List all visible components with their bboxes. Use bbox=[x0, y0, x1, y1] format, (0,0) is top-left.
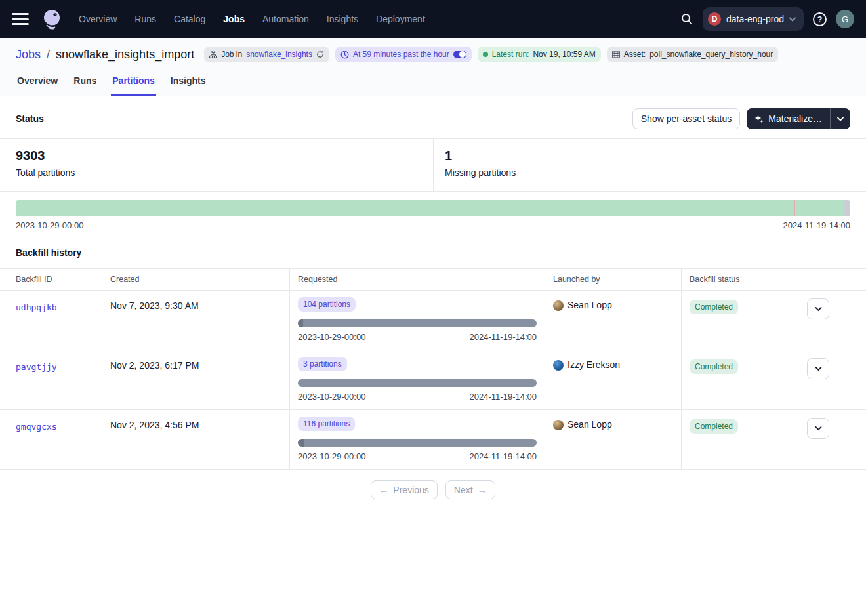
requested-range-segment bbox=[298, 319, 303, 327]
latest-run-label: Latest run: bbox=[492, 50, 529, 59]
previous-label: Previous bbox=[393, 485, 428, 495]
backfill-row: udhpqjkb Nov 7, 2023, 9:30 AM 104 partit… bbox=[0, 291, 866, 350]
launcher-name: Sean Lopp bbox=[567, 419, 612, 430]
total-partitions-stat: 9303 Total partitions bbox=[0, 139, 433, 191]
nav-item-deployment[interactable]: Deployment bbox=[376, 14, 425, 24]
previous-page-button[interactable]: ← Previous bbox=[371, 480, 437, 499]
range-end-label: 2024-11-19-14:00 bbox=[783, 220, 850, 230]
run-status-dot bbox=[483, 52, 488, 57]
backfill-row: gmqvgcxs Nov 2, 2023, 4:56 PM 116 partit… bbox=[0, 410, 866, 470]
nav-item-runs[interactable]: Runs bbox=[134, 14, 156, 24]
missing-partitions-stat: 1 Missing partitions bbox=[433, 139, 866, 191]
page-header: Jobs / snowflake_insights_import Job in … bbox=[0, 38, 866, 96]
backfill-table-header: Backfill ID Created Requested Launched b… bbox=[0, 269, 866, 291]
launcher-name: Sean Lopp bbox=[567, 300, 612, 310]
nav-item-insights[interactable]: Insights bbox=[327, 14, 358, 24]
workspace-switcher[interactable]: D data-eng-prod bbox=[703, 7, 804, 31]
backfill-history-title: Backfill history bbox=[0, 230, 866, 268]
materialize-dropdown-button[interactable] bbox=[831, 108, 850, 129]
backfill-status-badge: Completed bbox=[690, 359, 738, 374]
schedule-tag: At 59 minutes past the hour bbox=[335, 47, 472, 62]
sparkle-icon bbox=[754, 114, 764, 123]
partition-stats: 9303 Total partitions 1 Missing partitio… bbox=[0, 138, 866, 192]
materialize-label: Materialize… bbox=[768, 113, 822, 124]
backfill-id-link[interactable]: pavgtjjy bbox=[16, 362, 57, 372]
latest-run-time[interactable]: Nov 19, 10:59 AM bbox=[533, 50, 595, 59]
backfill-id-link[interactable]: udhpqjkb bbox=[16, 302, 57, 312]
job-tag-prefix: Job in bbox=[221, 50, 242, 59]
asset-name-link[interactable]: poll_snowflake_query_history_hour bbox=[650, 50, 773, 59]
schedule-toggle[interactable] bbox=[453, 51, 466, 58]
page-tabs: Overview Runs Partitions Insights bbox=[0, 68, 866, 96]
workspace-name: data-eng-prod bbox=[726, 14, 784, 24]
refresh-icon[interactable] bbox=[316, 51, 324, 58]
user-avatar[interactable]: G bbox=[836, 10, 854, 28]
asset-label: Asset: bbox=[624, 50, 646, 59]
missing-partitions-label: Missing partitions bbox=[445, 167, 850, 178]
asset-grid-icon bbox=[612, 51, 620, 58]
partition-health-bar[interactable] bbox=[16, 200, 850, 216]
chevron-down-icon bbox=[789, 17, 796, 22]
launcher-avatar bbox=[553, 360, 564, 371]
pagination: ← Previous Next → bbox=[0, 470, 866, 510]
tab-overview[interactable]: Overview bbox=[16, 68, 59, 96]
chevron-down-icon bbox=[815, 426, 822, 431]
backfill-created: Nov 2, 2023, 6:17 PM bbox=[102, 350, 289, 409]
clock-icon bbox=[340, 51, 349, 59]
breadcrumb: Jobs / snowflake_insights_import Job in … bbox=[0, 38, 866, 68]
range-start-label: 2023-10-29-00:00 bbox=[16, 220, 83, 230]
requested-partitions-badge: 116 partitions bbox=[298, 417, 355, 431]
backfill-range-start: 2023-10-29-00:00 bbox=[298, 332, 365, 342]
nav-item-jobs[interactable]: Jobs bbox=[223, 14, 245, 24]
backfill-requested-cell: 104 partitions 2023-10-29-00:00 2024-11-… bbox=[289, 291, 545, 350]
backfill-range-bar bbox=[298, 439, 537, 447]
backfill-range-bar bbox=[298, 379, 537, 387]
requested-partitions-badge: 3 partitions bbox=[298, 357, 347, 371]
backfill-created: Nov 7, 2023, 9:30 AM bbox=[102, 291, 289, 350]
tab-runs[interactable]: Runs bbox=[72, 68, 98, 96]
row-actions-button[interactable] bbox=[807, 298, 829, 319]
nav-right-cluster: D data-eng-prod ? G bbox=[680, 7, 854, 31]
workspace-badge: D bbox=[708, 12, 721, 26]
col-actions bbox=[800, 269, 866, 290]
next-page-button[interactable]: Next → bbox=[445, 480, 495, 499]
missing-partition-segment bbox=[844, 200, 850, 216]
breadcrumb-jobs-link[interactable]: Jobs bbox=[16, 48, 41, 62]
dagster-logo-icon[interactable] bbox=[39, 7, 64, 31]
backfill-id-link[interactable]: gmqvgcxs bbox=[16, 422, 57, 432]
code-location-link[interactable]: snowflake_insights bbox=[246, 50, 312, 59]
next-label: Next bbox=[454, 485, 473, 495]
page-title: snowflake_insights_import bbox=[56, 48, 194, 62]
nav-item-automation[interactable]: Automation bbox=[262, 14, 309, 24]
show-per-asset-status-button[interactable]: Show per-asset status bbox=[632, 108, 741, 129]
launcher-avatar bbox=[553, 420, 564, 430]
failed-partition-marker bbox=[794, 200, 795, 216]
breadcrumb-separator: / bbox=[47, 48, 50, 62]
backfill-table: Backfill ID Created Requested Launched b… bbox=[0, 268, 866, 470]
nav-item-catalog[interactable]: Catalog bbox=[174, 14, 205, 24]
backfill-range-end: 2024-11-19-14:00 bbox=[470, 332, 537, 342]
help-icon[interactable]: ? bbox=[813, 12, 827, 26]
launcher-avatar bbox=[553, 300, 564, 311]
partitions-content: Status Show per-asset status Materialize… bbox=[0, 96, 866, 510]
job-location-tag: Job in snowflake_insights bbox=[204, 47, 329, 62]
tab-partitions[interactable]: Partitions bbox=[111, 68, 156, 96]
chevron-down-icon bbox=[815, 306, 822, 312]
latest-run-tag: Latest run: Nov 19, 10:59 AM bbox=[478, 47, 601, 62]
tab-insights[interactable]: Insights bbox=[169, 68, 207, 96]
search-icon[interactable] bbox=[680, 12, 693, 26]
menu-icon[interactable] bbox=[12, 13, 29, 25]
status-section-title: Status bbox=[16, 113, 44, 124]
backfill-range-start: 2023-10-29-00:00 bbox=[298, 392, 365, 401]
col-backfill-id: Backfill ID bbox=[0, 269, 102, 290]
backfill-status-badge: Completed bbox=[690, 300, 738, 314]
col-backfill-status: Backfill status bbox=[681, 269, 800, 290]
materialize-button[interactable]: Materialize… bbox=[747, 108, 830, 129]
row-actions-button[interactable] bbox=[807, 358, 829, 379]
job-graph-icon bbox=[209, 51, 217, 58]
col-created: Created bbox=[102, 269, 289, 290]
missing-partitions-value: 1 bbox=[445, 148, 850, 163]
nav-item-overview[interactable]: Overview bbox=[79, 14, 117, 24]
row-actions-button[interactable] bbox=[807, 418, 829, 439]
backfill-requested-cell: 116 partitions 2023-10-29-00:00 2024-11-… bbox=[289, 410, 545, 469]
